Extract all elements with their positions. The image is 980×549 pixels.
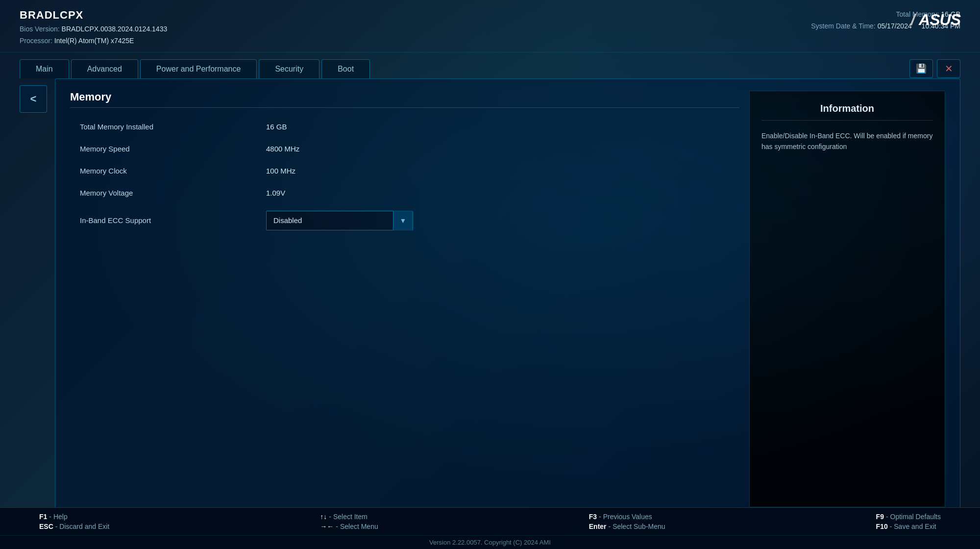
key-group-left: F1 - Help ESC - Discard and Exit [39, 513, 109, 530]
dropdown-arrow-icon[interactable]: ▼ [393, 211, 413, 230]
footer: F1 - Help ESC - Discard and Exit ↑↓ - Se… [0, 507, 980, 549]
key-f3-desc: - Previous Values [599, 513, 652, 521]
footer-keys: F1 - Help ESC - Discard and Exit ↑↓ - Se… [0, 508, 980, 535]
key-enter-desc: - Select Sub-Menu [609, 523, 665, 530]
key-group-right: F9 - Optimal Defaults F10 - Save and Exi… [876, 513, 941, 530]
key-f10: F10 - Save and Exit [876, 523, 941, 530]
tab-main[interactable]: Main [20, 59, 69, 78]
close-icon: ✕ [945, 63, 953, 75]
table-row: Memory Speed 4800 MHz [70, 138, 739, 160]
info-title: Information [761, 103, 933, 121]
tab-boot[interactable]: Boot [321, 59, 370, 78]
key-group-center-right: F3 - Previous Values Enter - Select Sub-… [589, 513, 665, 530]
table-row: Memory Clock 100 MHz [70, 160, 739, 182]
key-arrows-desc: - Select Item [329, 513, 368, 521]
key-lr-arrows: →← - Select Menu [320, 523, 378, 530]
memory-clock-label: Memory Clock [80, 167, 266, 175]
memory-clock-value: 100 MHz [266, 167, 295, 175]
key-f9-name: F9 [876, 513, 884, 521]
key-f3-name: F3 [589, 513, 597, 521]
key-lr-desc: - Select Menu [336, 523, 378, 530]
section-title: Memory [70, 91, 739, 108]
memory-speed-value: 4800 MHz [266, 145, 299, 153]
key-enter: Enter - Select Sub-Menu [589, 523, 665, 530]
total-memory-installed-value: 16 GB [266, 123, 287, 131]
ecc-label: In-Band ECC Support [80, 216, 266, 225]
bios-version-value: BRADLCPX.0038.2024.0124.1433 [62, 25, 168, 33]
key-esc-name: ESC [39, 523, 53, 530]
memory-table: Total Memory Installed 16 GB Memory Spee… [70, 116, 739, 237]
table-row: Memory Voltage 1.09V [70, 182, 739, 204]
save-icon: 💾 [916, 63, 927, 74]
bios-info: Bios Version: BRADLCPX.0038.2024.0124.14… [20, 24, 167, 47]
header-left: BRADLCPX Bios Version: BRADLCPX.0038.202… [20, 9, 167, 47]
header: BRADLCPX Bios Version: BRADLCPX.0038.202… [0, 0, 980, 52]
key-group-center-left: ↑↓ - Select Item →← - Select Menu [320, 513, 378, 530]
key-enter-name: Enter [589, 523, 607, 530]
tab-security[interactable]: Security [259, 59, 319, 78]
key-f10-desc: - Save and Exit [890, 523, 936, 530]
key-arrows: ↑↓ - Select Item [320, 513, 378, 521]
ecc-dropdown-wrapper[interactable]: Disabled ▼ [266, 211, 413, 230]
table-row: In-Band ECC Support Disabled ▼ [70, 204, 739, 237]
tab-power[interactable]: Power and Performance [140, 59, 257, 78]
key-f1-desc: - Help [49, 513, 67, 521]
ecc-dropdown-value: Disabled [267, 216, 393, 225]
key-lr-name: →← [320, 523, 334, 530]
nav-tabs: Main Advanced Power and Performance Secu… [20, 59, 370, 78]
key-f9-desc: - Optimal Defaults [886, 513, 941, 521]
key-f1: F1 - Help [39, 513, 109, 521]
info-text: Enable/Disable In-Band ECC. Will be enab… [761, 130, 933, 152]
nav-bar: Main Advanced Power and Performance Secu… [0, 52, 980, 78]
brand-name: BRADLCPX [20, 9, 167, 22]
main-area: < Memory Total Memory Installed 16 GB Me… [0, 78, 980, 520]
save-button[interactable]: 💾 [909, 59, 933, 78]
memory-voltage-label: Memory Voltage [80, 189, 266, 197]
table-row: Total Memory Installed 16 GB [70, 116, 739, 138]
bios-version-label: Bios Version: [20, 25, 60, 33]
processor-label: Processor: [20, 37, 52, 45]
key-f9: F9 - Optimal Defaults [876, 513, 941, 521]
memory-voltage-value: 1.09V [266, 189, 285, 197]
key-f3: F3 - Previous Values [589, 513, 665, 521]
processor-value: Intel(R) Atom(TM) x7425E [54, 37, 134, 45]
total-memory-label: Total Memory Installed [80, 123, 266, 131]
tab-advanced[interactable]: Advanced [71, 59, 138, 78]
footer-version: Version 2.22.0057. Copyright (C) 2024 AM… [0, 535, 980, 549]
asus-logo: ASUS [911, 11, 961, 29]
datetime-label: System Date & Time: [811, 22, 875, 30]
content-panel: Memory Total Memory Installed 16 GB Memo… [55, 78, 960, 520]
key-esc: ESC - Discard and Exit [39, 523, 109, 530]
key-arrows-name: ↑↓ [320, 513, 327, 521]
ecc-dropdown[interactable]: Disabled ▼ [266, 211, 413, 230]
system-date-value: 05/17/2024 [878, 22, 912, 30]
info-panel: Information Enable/Disable In-Band ECC. … [749, 91, 945, 507]
memory-section: Memory Total Memory Installed 16 GB Memo… [70, 91, 739, 507]
close-button[interactable]: ✕ [937, 59, 960, 78]
key-f10-name: F10 [876, 523, 888, 530]
key-f1-name: F1 [39, 513, 47, 521]
memory-speed-label: Memory Speed [80, 145, 266, 153]
back-button[interactable]: < [20, 85, 47, 113]
key-esc-desc: - Discard and Exit [55, 523, 109, 530]
nav-actions: 💾 ✕ [909, 59, 960, 78]
